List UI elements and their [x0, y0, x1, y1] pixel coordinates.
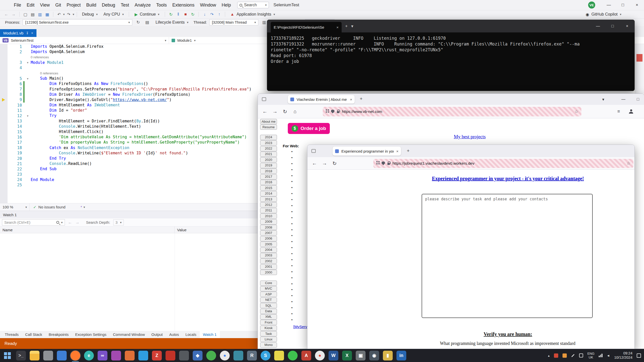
sidebar-topic-net[interactable]: NET	[260, 297, 277, 303]
forward-icon[interactable]: →	[270, 109, 280, 114]
taskbar-icon-defender[interactable]: ◆	[193, 351, 203, 360]
taskbar-icon-power-bi[interactable]: ▮	[383, 351, 393, 360]
my-best-projects-link[interactable]: My best projects	[454, 134, 486, 140]
tab-close-icon[interactable]: ×	[396, 149, 398, 153]
tool-tab-exception-settings[interactable]: Exception Settings	[72, 331, 110, 338]
sidebar-year-2010[interactable]: 2010	[260, 213, 277, 219]
taskbar-icon-app-a[interactable]: A	[301, 351, 311, 360]
tray-app-red-icon[interactable]	[554, 353, 558, 358]
breakpoint-margin[interactable]	[0, 60, 8, 65]
breakpoint-margin[interactable]	[0, 113, 8, 118]
ff2-tab[interactable]: Experienced programmer in you pr ×	[333, 147, 401, 156]
back-icon[interactable]: ←	[260, 109, 270, 114]
taskbar-icon-skype[interactable]: S	[261, 351, 270, 360]
account-avatar[interactable]: VE	[588, 2, 595, 9]
order-a-job-button[interactable]: $ Order a job	[288, 123, 330, 134]
reload-icon[interactable]: ↻	[280, 109, 290, 115]
sidebar-year-2005[interactable]: 2005	[260, 242, 277, 247]
thread-dropdown[interactable]: [32008] Main Thread ▾	[209, 19, 258, 25]
column-header-name[interactable]: Name	[0, 227, 175, 233]
extensions-icon[interactable]	[376, 161, 378, 162]
account-icon[interactable]	[629, 109, 633, 114]
taskbar-icon-app-red[interactable]	[166, 351, 175, 360]
sidebar-topic-data[interactable]: Data	[260, 309, 277, 314]
fold-collapse-icon[interactable]: ▾	[25, 61, 31, 64]
vs-maximize-button[interactable]: □	[616, 0, 630, 10]
menu-item-window[interactable]: Window	[197, 0, 219, 10]
menu-item-debug[interactable]: Debug	[99, 0, 118, 10]
taskbar-icon-excel[interactable]: X	[342, 351, 352, 360]
menu-item-file[interactable]: File	[11, 0, 24, 10]
sidebar-year-2000[interactable]: 2000	[260, 270, 277, 275]
taskbar-icon-word[interactable]: W	[329, 351, 338, 360]
menu-item-test[interactable]: Test	[118, 0, 132, 10]
taskbar-icon-start[interactable]	[3, 351, 12, 360]
breakpoint-margin[interactable]	[0, 71, 8, 76]
taskbar-icon-sticky-notes[interactable]	[274, 351, 284, 360]
debug-configuration-dropdown[interactable]: Debug ▾	[79, 11, 100, 18]
search-next-icon[interactable]: →	[75, 220, 79, 225]
undo-icon[interactable]: ↶	[56, 11, 62, 18]
open-file-icon[interactable]: ▤	[29, 11, 36, 18]
tab-close-icon[interactable]: ×	[350, 97, 352, 102]
break-all-icon[interactable]: ‖	[175, 11, 181, 18]
sidebar-year-2003[interactable]: 2003	[260, 253, 277, 258]
sidebar-year-2011[interactable]: 2011	[260, 208, 277, 213]
taskbar-icon-camera[interactable]: ▣	[356, 351, 366, 360]
codelens-references[interactable]: 0 references	[40, 71, 58, 75]
tool-tab-autos[interactable]: Autos	[166, 331, 182, 338]
terminal-close-button[interactable]: ×	[620, 20, 634, 32]
new-tab-icon[interactable]: +	[360, 96, 363, 102]
search-prev-icon[interactable]: ←	[68, 220, 72, 225]
tool-tab-output[interactable]: Output	[148, 331, 166, 338]
taskbar-icon-app-blue[interactable]	[57, 351, 67, 360]
ff1-tab[interactable]: Viacheslav Eremin | About me ×	[288, 95, 355, 104]
refresh-process-icon[interactable]: ↻	[135, 19, 141, 26]
sidebar-year-2018[interactable]: 2018	[260, 168, 277, 174]
taskbar-icon-app-orange[interactable]	[125, 351, 135, 360]
fold-collapse-icon[interactable]: ▾	[25, 77, 31, 80]
breakpoint-margin[interactable]	[0, 156, 8, 161]
firefox-view-icon[interactable]	[311, 149, 316, 153]
ff1-minimize-button[interactable]: —	[616, 94, 630, 105]
tracking-protection-shield-icon[interactable]	[382, 161, 385, 165]
tool-tab-call-stack[interactable]: Call Stack	[22, 331, 46, 338]
volume-icon[interactable]: ◄	[607, 354, 610, 357]
ff1-maximize-button[interactable]: □	[631, 94, 644, 105]
list-tabs-icon[interactable]: ▾	[596, 94, 610, 105]
tool-tab-watch-1[interactable]: Watch 1	[200, 331, 220, 338]
sidebar-topic-front[interactable]: Front	[260, 320, 277, 325]
taskbar-icon-app-violet[interactable]	[111, 351, 121, 360]
sidebar-year-2021[interactable]: 2021	[260, 152, 277, 157]
stop-debugging-icon[interactable]: ■	[182, 11, 189, 18]
address-bar[interactable]: https://www.vb-net.com ☆	[323, 107, 581, 116]
address-bar[interactable]: https://jobrequest1.viacheslavdev0.worke…	[373, 159, 633, 168]
application-insights-dropdown[interactable]: ▲ Application Insights ▾	[228, 11, 277, 18]
editor-scrollbar[interactable]	[635, 44, 644, 94]
breakpoint-margin[interactable]	[0, 49, 8, 55]
sidebar-year-2016[interactable]: 2016	[260, 180, 277, 185]
terminal-minimize-button[interactable]: —	[591, 20, 605, 32]
pen-icon[interactable]	[571, 354, 575, 357]
menu-item-edit[interactable]: Edit	[24, 0, 37, 10]
menu-item-help[interactable]: Help	[219, 0, 234, 10]
breakpoint-margin[interactable]	[0, 81, 8, 86]
step-out-icon[interactable]: ↑	[216, 11, 222, 18]
home-icon[interactable]: ⌂	[290, 109, 300, 114]
extensions-icon[interactable]	[326, 109, 327, 111]
sidebar-year-2001[interactable]: 2001	[260, 264, 277, 269]
breakpoint-margin[interactable]	[0, 55, 8, 60]
breakpoint-margin[interactable]	[0, 129, 8, 134]
taskbar-icon-edge[interactable]: e	[84, 351, 94, 360]
tool-tab-breakpoints[interactable]: Breakpoints	[46, 331, 72, 338]
tray-app-orange-icon[interactable]	[562, 353, 567, 358]
sidebar-year-2002[interactable]: 2002	[260, 258, 277, 264]
sidebar-topic-linux[interactable]: Linux	[260, 337, 277, 342]
breakpoint-margin[interactable]	[0, 161, 8, 166]
sidebar-button-about-me[interactable]: About me	[260, 119, 277, 124]
terminal-tab[interactable]: E:\Projects\RFID\Selenium\Se ×	[271, 22, 342, 32]
sidebar-topic-core[interactable]: Core	[260, 281, 277, 286]
taskbar-icon-app-z[interactable]: Z	[152, 351, 162, 360]
bookmark-star-icon[interactable]: ☆	[627, 161, 630, 166]
taskbar-icon-app-gray[interactable]	[43, 351, 53, 360]
